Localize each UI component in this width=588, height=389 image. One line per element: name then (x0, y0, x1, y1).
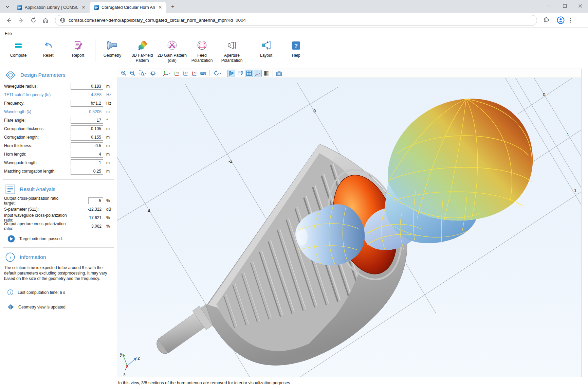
field-corrugation-length: Corrugation length: m (4, 134, 113, 141)
help-button[interactable]: ? Help (281, 38, 311, 58)
target-criterion-play-icon (7, 235, 15, 243)
design-parameters-icon (5, 71, 16, 79)
information-icon: i (5, 252, 15, 262)
aperture-polarization-button[interactable]: Aperture Polarization (217, 38, 247, 63)
extensions-icon[interactable] (543, 17, 550, 23)
back-button[interactable] (3, 15, 14, 26)
show-grid-icon[interactable] (245, 70, 253, 77)
zoom-out-icon[interactable] (128, 70, 136, 77)
triad-y-label: y (120, 351, 122, 357)
horn-length-input[interactable] (71, 151, 103, 158)
far-field-3d-button[interactable]: 3D Far-field Pattern (127, 38, 157, 63)
graphics-view-3d[interactable]: y z x 0 -2 -4 0 -1 1 (117, 78, 581, 377)
profile-icon[interactable] (557, 16, 565, 24)
last-computation-text: Last computation time: 6 s (18, 290, 65, 295)
navbar-right (543, 16, 573, 24)
axis-label: 0 (313, 108, 316, 113)
perspective-camera-icon[interactable] (199, 70, 207, 77)
site-globe-icon (60, 18, 65, 23)
section-title: Information (20, 254, 46, 260)
corrugation-thickness-input[interactable] (71, 125, 103, 132)
window-minimize-button[interactable] (541, 0, 557, 12)
result-analysis-header: Result Analysis (5, 184, 117, 194)
view-xy-plane-icon[interactable]: xy (173, 70, 181, 77)
zoom-in-icon[interactable] (120, 70, 128, 77)
section-title: Result Analysis (20, 186, 55, 192)
zoom-box-icon[interactable]: ▾ (137, 70, 148, 77)
far-field-pattern-balloon (364, 99, 533, 250)
color-legend-icon[interactable] (262, 70, 271, 77)
settings-sidebar: Design Parameters Waveguide radius: m TE… (0, 65, 117, 389)
gain-pattern-2d-icon (166, 39, 178, 52)
reset-icon (42, 39, 54, 52)
report-button[interactable]: Report (63, 38, 93, 58)
reset-view-icon[interactable]: ▾ (212, 70, 223, 77)
axis-label: -4 (146, 208, 150, 213)
ribbon-separator (249, 39, 249, 61)
target-criterion-status: Target criterion: passed. (7, 235, 117, 243)
svg-text:?: ? (294, 43, 298, 49)
file-menu[interactable]: File (5, 31, 12, 36)
tab-close-icon[interactable]: ✕ (158, 5, 163, 10)
axis-label: -2 (228, 159, 233, 164)
waveguide-length-input[interactable] (71, 159, 103, 166)
matching-corrugation-length-input[interactable] (71, 168, 103, 175)
scene-light-icon[interactable] (236, 70, 244, 77)
home-button[interactable] (40, 15, 51, 26)
dropdown-caret-icon: ▾ (145, 72, 146, 75)
tab-search-chevron-icon[interactable] (3, 2, 12, 12)
browser-tab-corrugated-horn[interactable]: Corrugated Circular Horn Anten ✕ (90, 2, 166, 13)
cross-polarization-target-input[interactable] (88, 197, 103, 204)
layout-button[interactable]: Layout (251, 38, 281, 58)
app-menubar: File (0, 28, 588, 37)
zoom-extents-icon[interactable] (149, 70, 157, 77)
snapshot-icon[interactable] (275, 70, 283, 77)
information-header: i Information (5, 252, 117, 262)
field-s-parameter: S-parameter (S11): -12.322 dB (4, 206, 113, 213)
window-close-button[interactable] (572, 0, 588, 12)
reload-button[interactable] (28, 15, 39, 26)
feed-polarization-button[interactable]: Feed Polarization (187, 38, 217, 63)
geometry-status-text: Geometry view is updated. (18, 305, 67, 310)
field-corrugation-thickness: Corrugation thickness m (4, 125, 113, 132)
main-content: Design Parameters Waveguide radius: m TE… (0, 65, 588, 389)
feed-polarization-icon (196, 39, 208, 52)
field-waveguide-length: Waveguide length: m (4, 159, 113, 166)
field-matching-corrugation-length: Matching corrugation length: m (4, 168, 113, 175)
view-yz-plane-icon[interactable]: yz (182, 70, 190, 77)
go-to-default-view-icon[interactable]: ▾ (161, 70, 172, 77)
navbar-separator (553, 17, 553, 24)
new-tab-button[interactable]: + (168, 2, 177, 11)
horn-thickness-input[interactable] (71, 142, 103, 149)
transparency-icon[interactable] (227, 70, 235, 77)
comsol-favicon-icon (94, 5, 99, 10)
s-parameter-value: -12.322 (71, 207, 103, 212)
frequency-input[interactable] (71, 100, 103, 107)
toolbar-separator (273, 70, 273, 76)
tab-close-icon[interactable]: ✕ (81, 5, 86, 10)
svg-text:i: i (10, 291, 11, 295)
axis-triad: y z x (120, 351, 140, 376)
section-divider (3, 247, 114, 248)
graphics-area: ▾ ▾ xy yz xz ▾ (117, 65, 588, 389)
axis-label: 0 (543, 92, 545, 97)
browser-tab-application-library[interactable]: Application Library | COMSOL S ✕ (13, 2, 90, 13)
compute-button[interactable]: Compute (3, 38, 33, 58)
waveguide-radius-input[interactable] (71, 83, 103, 90)
geometry-button[interactable]: Geometry (97, 38, 127, 58)
gain-pattern-2d-button[interactable]: 2D Gain Pattern (dBi) (157, 38, 187, 63)
browser-tabstrip: Application Library | COMSOL S ✕ Corruga… (0, 0, 588, 13)
show-axes-icon[interactable] (254, 70, 262, 77)
reset-button[interactable]: Reset (33, 38, 63, 58)
dropdown-caret-icon: ▾ (220, 72, 221, 75)
forward-button[interactable] (16, 15, 26, 26)
browser-menu-icon[interactable] (568, 18, 573, 23)
flare-angle-input[interactable] (71, 117, 103, 124)
window-maximize-button[interactable] (557, 0, 572, 12)
view-xz-plane-icon[interactable]: xz (190, 70, 199, 77)
url-bar[interactable]: comsol.com/server-demo/app/library_corru… (55, 15, 537, 26)
far-field-3d-icon (136, 39, 148, 52)
field-horn-thickness: Horn thickness: m (4, 142, 113, 149)
corrugation-length-input[interactable] (71, 134, 103, 141)
url-text: comsol.com/server-demo/app/library_corru… (69, 18, 246, 23)
